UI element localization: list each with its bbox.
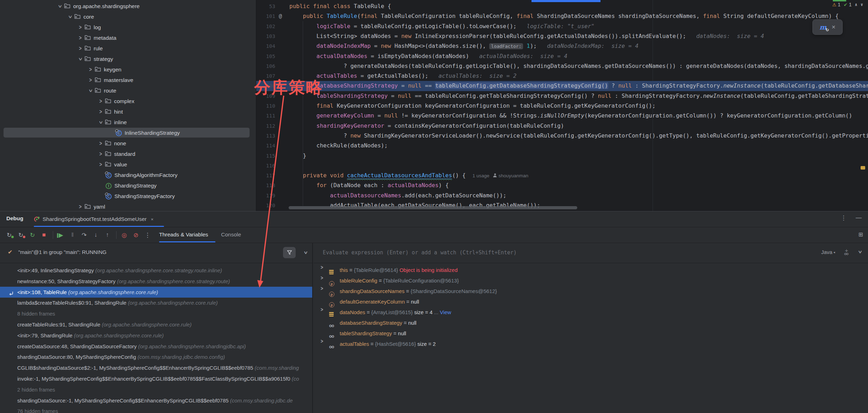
tab-console[interactable]: Console (221, 227, 241, 242)
restart-icon[interactable]: ↻ (28, 231, 37, 239)
tree-item-log[interactable]: >log (0, 22, 256, 32)
code-line-112[interactable]: 112 shardingKeyGenerator = containsKeyGe… (256, 121, 868, 131)
variable-row-defaultGenerateKeyColumn[interactable]: pdefaultGenerateKeyColumn = null (314, 297, 868, 307)
chevron-right-icon[interactable]: > (321, 275, 323, 281)
code-line-113[interactable]: 113 ? new ShardingKeyGeneratorServiceLoa… (256, 131, 868, 141)
close-icon[interactable]: ✕ (831, 24, 836, 30)
code-line-115[interactable]: 115 } (256, 151, 868, 161)
tree-item-value[interactable]: >value (0, 159, 256, 170)
tree-item-ShardingAlgorithmFactory[interactable]: CShardingAlgorithmFactory (0, 170, 256, 180)
debug-session-tab[interactable]: ShardingSpringbootTest.testAddSomeUser × (34, 214, 153, 224)
stop-icon[interactable]: ■ (40, 231, 48, 239)
code-editor[interactable]: 53public final class TableRule {101@ pub… (256, 0, 868, 211)
rerun-method-icon[interactable]: m (819, 23, 826, 31)
code-line-53[interactable]: 53public final class TableRule { (256, 1, 868, 11)
more-options-icon[interactable]: ⋮ (143, 231, 152, 239)
next-problem-icon[interactable]: ∨ (861, 2, 863, 7)
code-line-116[interactable]: 116 (256, 161, 868, 171)
tree-item-metadata[interactable]: >metadata (0, 32, 256, 43)
tree-item-inline[interactable]: >inline (0, 117, 256, 127)
variable-row-databaseShardingStrategy[interactable]: oodatabaseShardingStrategy = null (314, 318, 868, 328)
hidden-frames-row[interactable]: 76 hidden frames (0, 406, 312, 413)
hidden-frames-row[interactable]: 8 hidden frames (0, 308, 312, 319)
hidden-frames-row[interactable]: 2 hidden frames (0, 384, 312, 395)
variable-row-dataNodes[interactable]: >dataNodes = {ArrayList@5615} size = 4 .… (314, 307, 868, 318)
code-line-111[interactable]: 111 generateKeyColumn = null != keyGener… (256, 111, 868, 121)
stack-frame-row[interactable]: <init>:108, TableRule (org.apache.shardi… (0, 287, 312, 298)
tree-item-complex[interactable]: >complex (0, 96, 256, 106)
tree-item-masterslave[interactable]: >masterslave (0, 75, 256, 85)
code-line-107[interactable]: 107 actualTables = getActualTables(); ac… (256, 71, 868, 81)
variable-row-shardingDataSourceNames[interactable]: >pshardingDataSourceNames = {ShardingDat… (314, 286, 868, 297)
rerun-failed-tests-icon[interactable]: ↻ (17, 231, 25, 239)
stack-frame-row[interactable]: <init>:79, ShardingRule (org.apache.shar… (0, 330, 312, 341)
variable-row-tableShardingStrategy[interactable]: ootableShardingStrategy = null (314, 328, 868, 339)
tree-item-keygen[interactable]: >keygen (0, 64, 256, 75)
view-link[interactable]: View (438, 309, 451, 315)
floating-rerun-popup[interactable]: m ✕ (812, 19, 843, 35)
tree-item-ShardingStrategyFactory[interactable]: CShardingStrategyFactory (0, 191, 256, 201)
code-line-106[interactable]: 106 ? generateDataNodes(tableRuleConfig.… (256, 61, 868, 71)
tree-item-none[interactable]: >none (0, 138, 256, 148)
code-line-101[interactable]: 101@ public TableRule(final TableRuleCon… (256, 11, 868, 21)
tree-item-route[interactable]: >route (0, 85, 256, 96)
error-stripe-mark[interactable] (861, 166, 865, 170)
mute-breakpoints-icon[interactable]: ⊘ (132, 231, 140, 239)
tab-threads-and-variables[interactable]: Threads & Variables (159, 227, 208, 242)
code-line-105[interactable]: 105 actualDataNodes = isEmptyDataNodes(d… (256, 51, 868, 61)
inspections-widget[interactable]: ⚠1 ✔1 ∧ ∨ (832, 2, 863, 7)
pause-icon[interactable]: ‖ (68, 231, 77, 239)
tree-item-hint[interactable]: >hint (0, 106, 256, 117)
chevron-right-icon[interactable]: > (321, 264, 323, 271)
thread-dropdown-chevron-icon[interactable]: > (302, 252, 309, 254)
code-line-118[interactable]: 118 for (DataNode each : actualDataNodes… (256, 180, 868, 190)
code-line-103[interactable]: 103 List<String> dataNodes = new InlineE… (256, 31, 868, 41)
stack-frame-row[interactable]: <init>:49, InlineShardingStrategy (org.a… (0, 265, 312, 276)
close-icon[interactable]: × (151, 217, 154, 222)
stack-frame-row[interactable]: createDataSource:48, ShardingDataSourceF… (0, 341, 312, 352)
stack-frame-row[interactable]: newInstance:50, ShardingStrategyFactory … (0, 276, 312, 287)
code-line-104[interactable]: 104 dataNodeIndexMap = new HashMap<>(dat… (256, 41, 868, 51)
code-line-109[interactable]: 109 tableShardingStrategy = null == tabl… (256, 91, 868, 101)
thread-selector-row[interactable]: ✔ "main"@1 in group "main": RUNNING > (0, 243, 312, 263)
stack-frame-row[interactable]: createTableRules:91, ShardingRule (org.a… (0, 319, 312, 330)
resume-icon[interactable]: ▶ (57, 231, 65, 239)
tree-item-rule[interactable]: >rule (0, 43, 256, 53)
step-into-icon[interactable]: ↓ (92, 231, 100, 239)
layout-settings-icon[interactable]: ⊞ (858, 231, 863, 238)
horizontal-scrollbar[interactable] (289, 206, 577, 209)
hide-icon[interactable]: — (856, 214, 862, 222)
chevron-right-icon[interactable]: > (77, 200, 84, 211)
tree-item-strategy[interactable]: >strategy (0, 53, 256, 64)
prev-problem-icon[interactable]: ∧ (855, 2, 857, 7)
evaluate-expression-row[interactable]: Evaluate expression (Enter) or add a wat… (314, 243, 868, 263)
add-watch-icon[interactable]: +oo (844, 249, 850, 255)
tree-item-ShardingStrategy[interactable]: IShardingStrategy (0, 180, 256, 191)
chevron-right-icon[interactable]: > (321, 306, 323, 313)
stack-frame-row[interactable]: shardingDataSource:-1, MyShardingSphereC… (0, 395, 312, 406)
variable-row-actualTables[interactable]: >ooactualTables = {HashSet@5616} size = … (314, 339, 868, 349)
step-over-icon[interactable]: ↷ (80, 231, 88, 239)
stack-frame-row[interactable]: CGLIB$shardingDataSource$2:-1, MyShardin… (0, 362, 312, 373)
code-line-119[interactable]: 119 actualDatasourceNames.add(each.getDa… (256, 191, 868, 201)
stack-frame-row[interactable]: lambda$createTableRules$0:91, ShardingRu… (0, 297, 312, 308)
view-breakpoints-icon[interactable]: ◎ (120, 231, 128, 239)
language-selector[interactable]: Java◂ (821, 249, 835, 255)
stack-frame-row[interactable]: shardingDataSource:80, MyShardingSphereC… (0, 351, 312, 362)
stack-frame-row[interactable]: invoke:-1, MyShardingSphereConfig$$Enhan… (0, 373, 312, 384)
code-line-102[interactable]: 102 logicTable = tableRuleConfig.getLogi… (256, 21, 868, 31)
evaluate-expand-chevron-icon[interactable]: > (857, 250, 864, 253)
rerun-icon[interactable]: ↻ (5, 231, 13, 239)
variable-row-this[interactable]: >this = {TableRule@5614} Object is being… (314, 265, 868, 275)
code-line-117[interactable]: 117 private void cacheActualDatasourcesA… (256, 171, 868, 180)
tree-item-yaml[interactable]: >yaml (0, 201, 256, 211)
code-line-114[interactable]: 114 checkRule(dataNodes); (256, 141, 868, 151)
more-icon[interactable]: ⋮ (841, 214, 847, 222)
variable-row-tableRuleConfig[interactable]: >ptableRuleConfig = {TableRuleConfigurat… (314, 275, 868, 286)
tree-item-core[interactable]: >core (0, 11, 256, 22)
code-line-110[interactable]: 110 final KeyGeneratorConfiguration keyG… (256, 101, 868, 111)
chevron-right-icon[interactable]: > (321, 338, 323, 344)
filter-frames-button[interactable] (283, 247, 296, 258)
evaluate-expression-input[interactable]: Evaluate expression (Enter) or add a wat… (323, 249, 517, 256)
chevron-right-icon[interactable]: > (321, 285, 323, 292)
